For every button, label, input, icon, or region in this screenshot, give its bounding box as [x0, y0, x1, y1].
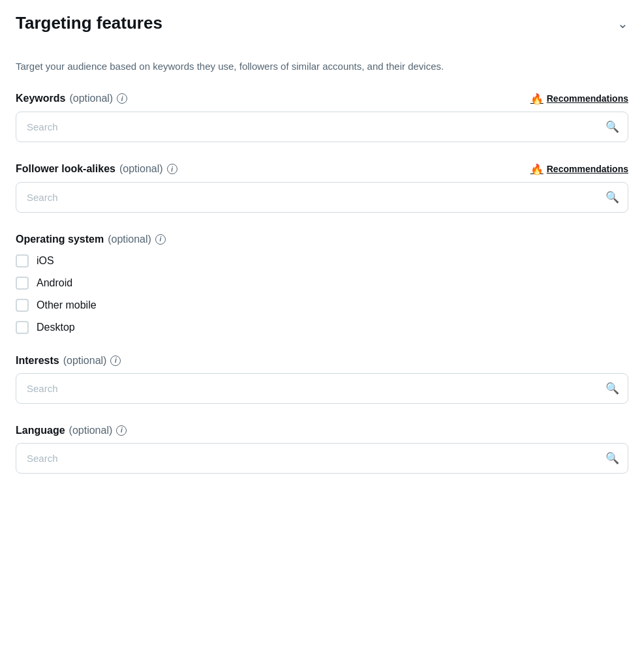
flame-icon: 🔥 [530, 93, 544, 105]
page-description: Target your audience based on keywords t… [16, 59, 628, 74]
follower-lookalikes-recommendations-link[interactable]: 🔥 Recommendations [530, 163, 628, 175]
android-checkbox[interactable] [16, 277, 29, 290]
keywords-search-wrapper: 🔍 [16, 112, 628, 142]
language-search-wrapper: 🔍 [16, 443, 628, 474]
follower-lookalikes-recommendations-label: Recommendations [547, 164, 628, 174]
os-option-other-mobile[interactable]: Other mobile [16, 299, 628, 312]
keywords-label-left: Keywords (optional) i [16, 93, 127, 104]
desktop-label: Desktop [37, 322, 75, 333]
language-info-icon[interactable]: i [116, 425, 127, 436]
other-mobile-label: Other mobile [37, 299, 97, 311]
follower-lookalikes-info-icon[interactable]: i [167, 164, 177, 174]
interests-label-bold: Interests [16, 355, 59, 367]
follower-lookalikes-label-bold: Follower look-alikes [16, 163, 115, 175]
ios-checkbox[interactable] [16, 254, 29, 267]
keywords-label-bold: Keywords [16, 93, 65, 104]
flame-icon-2: 🔥 [530, 163, 544, 175]
os-label-bold: Operating system [16, 234, 104, 245]
language-label-optional: (optional) [69, 425, 113, 436]
ios-label: iOS [37, 255, 54, 267]
interests-label-left: Interests (optional) i [16, 355, 121, 367]
language-label-row: Language (optional) i [16, 425, 628, 436]
language-section: Language (optional) i 🔍 [16, 425, 628, 474]
os-option-ios[interactable]: iOS [16, 254, 628, 267]
os-option-android[interactable]: Android [16, 277, 628, 290]
language-search-input[interactable] [16, 443, 628, 474]
keywords-section: Keywords (optional) i 🔥 Recommendations … [16, 93, 628, 142]
interests-info-icon[interactable]: i [110, 356, 121, 366]
page-container: Targeting features ⌄ Target your audienc… [0, 0, 644, 668]
page-header: Targeting features ⌄ [16, 13, 628, 38]
os-label-optional: (optional) [108, 234, 151, 245]
interests-label-optional: (optional) [63, 355, 107, 367]
follower-lookalikes-search-input[interactable] [16, 182, 628, 213]
keywords-info-icon[interactable]: i [117, 93, 127, 104]
other-mobile-checkbox[interactable] [16, 299, 29, 312]
language-label-bold: Language [16, 425, 65, 436]
keywords-label-row: Keywords (optional) i 🔥 Recommendations [16, 93, 628, 105]
chevron-down-icon[interactable]: ⌄ [617, 16, 628, 31]
keywords-recommendations-link[interactable]: 🔥 Recommendations [530, 93, 628, 105]
page-title: Targeting features [16, 13, 162, 33]
os-checkbox-group: iOS Android Other mobile Desktop [16, 254, 628, 334]
keywords-label-optional: (optional) [69, 93, 113, 104]
interests-section: Interests (optional) i 🔍 [16, 355, 628, 404]
os-label-left: Operating system (optional) i [16, 234, 166, 245]
follower-lookalikes-label-row: Follower look-alikes (optional) i 🔥 Reco… [16, 163, 628, 175]
keywords-search-input[interactable] [16, 112, 628, 142]
os-option-desktop[interactable]: Desktop [16, 321, 628, 334]
os-label-row: Operating system (optional) i [16, 234, 628, 245]
follower-lookalikes-label-left: Follower look-alikes (optional) i [16, 163, 177, 175]
operating-system-section: Operating system (optional) i iOS Androi… [16, 234, 628, 334]
interests-search-wrapper: 🔍 [16, 373, 628, 404]
follower-lookalikes-label-optional: (optional) [119, 163, 163, 175]
keywords-recommendations-label: Recommendations [547, 93, 628, 104]
language-label-left: Language (optional) i [16, 425, 127, 436]
interests-label-row: Interests (optional) i [16, 355, 628, 367]
android-label: Android [37, 277, 72, 289]
interests-search-input[interactable] [16, 373, 628, 404]
os-info-icon[interactable]: i [155, 234, 166, 245]
follower-lookalikes-search-wrapper: 🔍 [16, 182, 628, 213]
follower-lookalikes-section: Follower look-alikes (optional) i 🔥 Reco… [16, 163, 628, 213]
desktop-checkbox[interactable] [16, 321, 29, 334]
